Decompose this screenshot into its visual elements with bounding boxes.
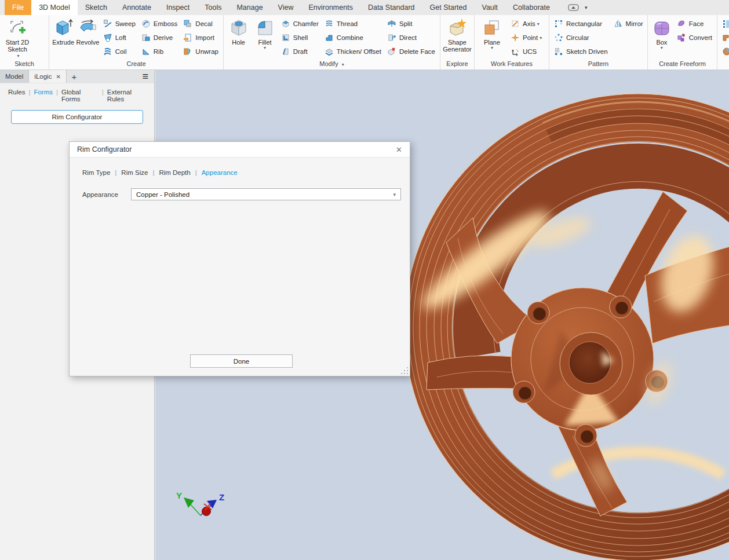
thread-button[interactable]: Thread <box>322 17 384 31</box>
sketch-driven-pattern-button[interactable]: Sketch Driven <box>552 45 610 58</box>
dialog-close-icon[interactable]: ✕ <box>396 145 402 154</box>
shape-generator-button[interactable]: Shape Generator <box>442 17 472 53</box>
ribbon-section-explore: Shape Generator Explore <box>440 15 475 69</box>
dialog-tab-rim-depth[interactable]: Rim Depth <box>159 169 190 176</box>
section-label-modify[interactable]: Modify ▾ <box>224 60 440 69</box>
hole-button[interactable]: Hole <box>225 17 251 46</box>
decal-button[interactable]: Decal <box>181 17 221 31</box>
button-label: Shell <box>293 34 308 41</box>
fillet-button[interactable]: Fillet ▾ <box>251 17 278 50</box>
freeform-box-icon <box>652 18 672 38</box>
draft-button[interactable]: Draft <box>279 45 321 58</box>
section-label-text: Modify <box>319 60 338 67</box>
link-rules[interactable]: Rules <box>8 89 25 103</box>
link-separator: | <box>56 89 58 103</box>
ribbon-section-sketch: Start 2D Sketch▾ Sketch <box>0 15 49 69</box>
direct-button[interactable]: Direct <box>385 31 438 45</box>
sweep-button[interactable]: Sweep <box>101 17 138 31</box>
dialog-tab-rim-size[interactable]: Rim Size <box>121 169 148 176</box>
point-button[interactable]: Point▾ <box>508 31 544 45</box>
menu-tab-vault[interactable]: Vault <box>474 0 505 15</box>
ribbon-toggle-caret: ▾ <box>585 5 588 10</box>
extrude-button[interactable]: Extrude <box>51 17 75 46</box>
rim-configurator-form-button[interactable]: Rim Configurator <box>11 110 143 124</box>
shell-button[interactable]: Shell <box>279 31 321 45</box>
clipped-button-1[interactable] <box>720 17 729 31</box>
clipped-icon-2 <box>722 33 729 42</box>
menu-tab-tools[interactable]: Tools <box>197 0 229 15</box>
split-icon <box>387 19 396 28</box>
derive-button[interactable]: Derive <box>139 31 180 45</box>
dialog-tab-appearance[interactable]: Appearance <box>202 169 238 176</box>
panel-menu-button[interactable]: ≡ <box>136 70 154 83</box>
menu-tab-get-started[interactable]: Get Started <box>422 0 475 15</box>
menu-tab-environments[interactable]: Environments <box>301 0 360 15</box>
tab-separator: | <box>115 169 116 176</box>
freeform-box-button[interactable]: Box ▾ <box>650 17 674 50</box>
dialog-title-bar[interactable]: Rim Configurator ✕ <box>70 142 410 158</box>
panel-tab-ilogic[interactable]: iLogic ✕ <box>29 70 66 83</box>
appearance-select-value: Copper - Polished <box>136 191 189 198</box>
button-label: Loft <box>115 34 126 41</box>
appearance-select[interactable]: Copper - Polished ▾ <box>131 188 401 200</box>
unwrap-button[interactable]: Unwrap <box>181 45 221 58</box>
menu-tab-3d-model[interactable]: 3D Model <box>31 0 78 15</box>
rectangular-pattern-icon <box>554 19 563 28</box>
start-2d-sketch-button[interactable]: Start 2D Sketch▾ <box>2 17 33 60</box>
import-icon <box>183 33 192 42</box>
plane-button[interactable]: Plane ▾ <box>476 17 508 50</box>
button-label: Emboss <box>154 20 178 27</box>
link-global-forms[interactable]: Global Forms <box>61 89 99 103</box>
menu-tab-collaborate[interactable]: Collaborate <box>505 0 557 15</box>
close-tab-icon[interactable]: ✕ <box>56 74 60 80</box>
menu-tab-manage[interactable]: Manage <box>229 0 270 15</box>
ribbon-section-partial <box>717 15 729 69</box>
rectangular-pattern-button[interactable]: Rectangular <box>552 17 610 31</box>
loft-button[interactable]: Loft <box>101 31 138 45</box>
mirror-button[interactable]: Mirror <box>611 17 646 31</box>
link-forms[interactable]: Forms <box>34 89 53 103</box>
freeform-convert-icon <box>677 33 686 42</box>
combine-button[interactable]: Combine <box>322 31 384 45</box>
freeform-convert-button[interactable]: Convert <box>675 31 715 45</box>
import-button[interactable]: Import <box>181 31 221 45</box>
chamfer-icon <box>281 19 290 28</box>
rib-button[interactable]: Rib <box>139 45 180 58</box>
menu-tab-view[interactable]: View <box>271 0 301 15</box>
clipped-button-2[interactable] <box>720 31 729 45</box>
dialog-resize-grip[interactable] <box>401 367 408 374</box>
rim-model[interactable] <box>404 94 729 560</box>
button-label: Rib <box>154 48 163 55</box>
menu-tab-annotate[interactable]: Annotate <box>115 0 159 15</box>
menu-tab-sketch[interactable]: Sketch <box>78 0 115 15</box>
ilogic-nav-links: Rules | Forms | Global Forms | External … <box>0 83 154 103</box>
mirror-icon <box>614 19 623 28</box>
ucs-button[interactable]: UCS <box>508 45 544 58</box>
split-button[interactable]: Split <box>385 17 438 31</box>
done-button[interactable]: Done <box>190 354 293 368</box>
rib-icon <box>141 47 151 56</box>
shape-generator-icon <box>447 18 467 38</box>
coil-button[interactable]: Coil <box>101 45 138 58</box>
menu-tab-inspect[interactable]: Inspect <box>159 0 197 15</box>
ucs-icon <box>511 47 520 56</box>
ribbon-display-toggle[interactable]: ▾ <box>568 0 588 15</box>
panel-tab-model[interactable]: Model <box>0 70 29 83</box>
button-label: Mirror <box>626 20 643 27</box>
link-external-rules[interactable]: External Rules <box>107 89 147 103</box>
loft-icon <box>103 33 112 42</box>
freeform-face-icon <box>677 19 686 28</box>
emboss-button[interactable]: Emboss <box>139 17 180 31</box>
dialog-tab-rim-type[interactable]: Rim Type <box>82 169 110 176</box>
circular-pattern-button[interactable]: Circular <box>552 31 610 45</box>
freeform-face-button[interactable]: Face <box>675 17 715 31</box>
clipped-button-3[interactable] <box>720 45 729 58</box>
menu-tab-data-standard[interactable]: Data Standard <box>360 0 422 15</box>
menu-tab-file[interactable]: File <box>5 0 31 15</box>
thicken-offset-button[interactable]: Thicken/ Offset <box>322 45 384 58</box>
delete-face-button[interactable]: Delete Face <box>385 45 438 58</box>
revolve-button[interactable]: Revolve <box>75 17 100 46</box>
axis-button[interactable]: Axis▾ <box>508 17 544 31</box>
add-tab-button[interactable]: + <box>67 70 82 83</box>
chamfer-button[interactable]: Chamfer <box>279 17 321 31</box>
